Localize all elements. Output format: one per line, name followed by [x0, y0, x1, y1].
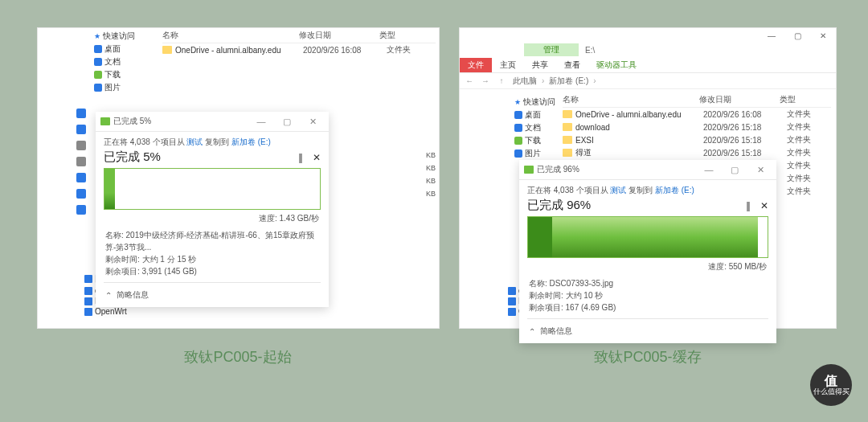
dest-link[interactable]: 新加卷 (E:) — [231, 137, 271, 146]
breadcrumb-volume[interactable]: 新加卷 (E:) — [547, 76, 590, 87]
dest-link[interactable]: 新加卷 (E:) — [655, 186, 694, 195]
col-name[interactable]: 名称 — [162, 30, 299, 41]
maximize-button[interactable]: ▢ — [784, 28, 810, 43]
ribbon: — ▢ ✕ 管理 E:\ 文件 主页 共享 查看 驱动器工具 ← → ↑ 此电脑… — [460, 28, 836, 89]
chart-fill — [528, 217, 758, 257]
remaining-time: 大约 1 分 15 秒 — [142, 255, 197, 264]
quick-access[interactable]: ★快速访问 — [89, 30, 160, 43]
drive-label: E:\ — [585, 46, 595, 55]
drive-icon — [76, 205, 86, 215]
minimize-button[interactable]: — — [250, 115, 272, 128]
pc-icon — [508, 287, 516, 295]
pictures-icon — [94, 84, 102, 92]
maximize-button[interactable]: ▢ — [276, 115, 298, 128]
file-row[interactable]: OneDrive - alumni.albany.edu 2020/9/26 1… — [162, 43, 436, 56]
chevron-up-icon: ⌃ — [105, 291, 112, 300]
folder-icon — [563, 110, 572, 118]
nav-item[interactable]: 桌面 — [89, 43, 160, 55]
titlebar: 已完成 5% — ▢ ✕ — [96, 112, 329, 132]
ribbon-contextual: 管理 E:\ — [460, 43, 836, 57]
nav-item[interactable]: 文档 — [89, 55, 160, 68]
minimize-button[interactable]: — — [698, 163, 720, 176]
pc-icon — [84, 287, 92, 295]
col-type[interactable]: 类型 — [780, 94, 812, 105]
ribbon-tabs: 文件 主页 共享 查看 驱动器工具 — [460, 57, 836, 73]
pc-icon — [84, 308, 92, 316]
column-headers: 名称 修改日期 类型 — [563, 92, 831, 108]
copy-description: 正在将 4,038 个项目从 测试 复制到 新加卷 (E:) — [519, 180, 776, 196]
nav-item[interactable]: 下载 — [89, 68, 160, 81]
drive-icon — [76, 173, 86, 182]
speed-chart — [527, 216, 768, 258]
caption-left: 致钛PC005-起始 — [37, 347, 439, 367]
file-name: OneDrive - alumni.albany.edu — [175, 46, 300, 55]
source-link[interactable]: 测试 — [610, 186, 626, 195]
file-list-left: 名称 修改日期 类型 OneDrive - alumni.albany.edu … — [162, 28, 436, 56]
file-row[interactable]: OneDrive - alumni.albany.edu2020/9/26 16… — [563, 108, 831, 121]
star-icon: ★ — [514, 98, 521, 106]
size-column-peek: KB KB KB KB — [426, 149, 436, 200]
close-button[interactable]: ✕ — [301, 115, 324, 128]
separator — [527, 318, 768, 319]
col-date[interactable]: 修改日期 — [299, 30, 379, 41]
tab-drive-tools[interactable]: 驱动器工具 — [588, 58, 645, 72]
drive-icon — [76, 189, 86, 199]
tab-view[interactable]: 查看 — [556, 58, 588, 72]
brief-info-toggle[interactable]: ⌃ 简略信息 — [519, 322, 776, 343]
pc-icon — [508, 297, 516, 305]
download-icon — [514, 137, 522, 145]
manage-group: 管理 — [524, 43, 579, 56]
tab-file[interactable]: 文件 — [460, 58, 492, 72]
nav-item[interactable]: 图片 — [89, 81, 160, 94]
remaining-items: 167 (4.69 GB) — [566, 303, 616, 312]
chevron-up-icon: ⌃ — [529, 327, 535, 336]
badge-text: 什么值得买 — [813, 388, 850, 396]
window-title: 已完成 96% — [537, 164, 694, 175]
maximize-button[interactable]: ▢ — [723, 163, 746, 176]
file-row[interactable]: 得道2020/9/26 15:18文件夹 — [563, 146, 831, 159]
nav-tree: ★快速访问 桌面 文档 下载 图片 — [89, 28, 160, 94]
close-button[interactable]: ✕ — [749, 163, 772, 176]
copy-description: 正在将 4,038 个项目从 测试 复制到 新加卷 (E:) — [96, 132, 329, 148]
breadcrumb-this-pc[interactable]: 此电脑 — [511, 76, 538, 87]
copy-details: 名称: 2019中级经济师-经济基础-精讲班-66、第15章政府预算-第3节我.… — [96, 227, 329, 279]
network-item[interactable]: OpenWrt — [84, 306, 166, 317]
desktop-icon — [94, 45, 102, 53]
source-link[interactable]: 测试 — [186, 137, 203, 146]
minimize-button[interactable]: — — [759, 28, 784, 43]
brief-info-toggle[interactable]: ⌃ 简略信息 — [96, 286, 329, 307]
smzdm-badge: 值 什么值得买 — [810, 364, 852, 406]
chart-fill — [104, 169, 115, 209]
drive-icon — [76, 125, 86, 134]
drive-icon — [76, 141, 86, 150]
file-row[interactable]: download2020/9/26 15:18文件夹 — [563, 121, 831, 133]
documents-icon — [514, 124, 522, 132]
tab-share[interactable]: 共享 — [524, 58, 556, 72]
icon-column — [76, 109, 88, 215]
cancel-button[interactable]: ✕ — [313, 152, 321, 163]
col-type[interactable]: 类型 — [379, 30, 411, 41]
file-row[interactable]: EXSI2020/9/26 15:18文件夹 — [563, 133, 831, 146]
cancel-button[interactable]: ✕ — [760, 200, 768, 211]
folder-icon — [563, 149, 572, 157]
pictures-icon — [514, 150, 522, 158]
pause-button[interactable]: ‖ — [298, 152, 303, 163]
left-panel: 名称 修改日期 类型 OneDrive - alumni.albany.edu … — [37, 27, 440, 329]
chart-spike — [528, 217, 552, 257]
back-button[interactable]: ← — [463, 76, 476, 85]
close-button[interactable]: ✕ — [810, 28, 836, 43]
titlebar: 已完成 96% — ▢ ✕ — [519, 160, 776, 180]
forward-button[interactable]: → — [479, 76, 492, 85]
current-file: 2019中级经济师-经济基础-精讲班-66、第15章政府预算-第3节我... — [105, 231, 314, 252]
download-icon — [94, 71, 102, 79]
col-date[interactable]: 修改日期 — [699, 94, 780, 105]
caption-right: 致钛PC005-缓存 — [459, 347, 837, 367]
col-name[interactable]: 名称 — [563, 94, 699, 105]
remaining-time: 大约 10 秒 — [566, 291, 604, 300]
file-date: 2020/9/26 16:08 — [303, 46, 383, 55]
up-button[interactable]: ↑ — [495, 76, 508, 85]
speed-label: 速度: 1.43 GB/秒 — [96, 211, 329, 227]
tab-home[interactable]: 主页 — [492, 58, 524, 72]
network-icon — [84, 275, 92, 283]
pause-button[interactable]: ‖ — [746, 200, 751, 211]
